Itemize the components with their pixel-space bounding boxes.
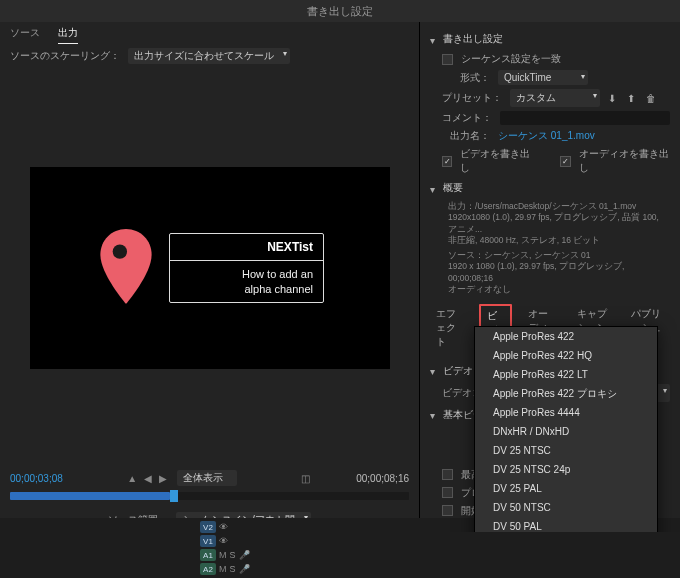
track-a2[interactable]: A2 <box>200 563 216 575</box>
play-controls[interactable]: ▲ ◀ ▶ <box>127 473 168 484</box>
track-v1[interactable]: V1 <box>200 535 216 547</box>
codec-option[interactable]: DV 25 NTSC 24p <box>475 460 657 479</box>
export-settings-pane: ▾ 書き出し設定 シーケンス設定を一致 形式： QuickTime プリセット：… <box>420 22 680 532</box>
preset-label: プリセット： <box>442 91 502 105</box>
twirl-icon: ▾ <box>430 35 439 44</box>
codec-option[interactable]: DV 25 NTSC <box>475 441 657 460</box>
mute-icon[interactable]: M <box>219 564 227 574</box>
codec-option[interactable]: Apple ProRes 4444 <box>475 403 657 422</box>
preset-select[interactable]: カスタム <box>510 89 600 107</box>
format-select[interactable]: QuickTime <box>498 70 588 85</box>
twirl-icon: ▾ <box>430 184 439 193</box>
fit-select[interactable]: 全体表示 <box>177 470 237 486</box>
codec-option[interactable]: DV 50 NTSC <box>475 498 657 517</box>
export-video-label: ビデオを書き出し <box>460 147 533 175</box>
format-label: 形式： <box>442 71 490 85</box>
import-project-check[interactable] <box>442 487 453 498</box>
export-audio-label: オーディオを書き出し <box>579 147 670 175</box>
twirl-icon: ▾ <box>430 366 439 375</box>
mic-icon[interactable]: 🎤 <box>239 550 250 560</box>
preview-text-box: NEXTist How to add an alpha channel <box>169 233 324 304</box>
mic-icon[interactable]: 🎤 <box>239 564 250 574</box>
codec-option[interactable]: Apple ProRes 422 LT <box>475 365 657 384</box>
track-a1[interactable]: A1 <box>200 549 216 561</box>
eye-icon[interactable]: 👁 <box>219 536 228 546</box>
codec-option[interactable]: DV 50 PAL <box>475 517 657 532</box>
match-sequence-label: シーケンス設定を一致 <box>461 52 561 66</box>
tab-effect[interactable]: エフェクト <box>430 304 469 356</box>
max-quality-check[interactable] <box>442 469 453 480</box>
comment-label: コメント： <box>442 111 492 125</box>
preview-pane: ソース 出力 ソースのスケーリング： 出力サイズに合わせてスケール NEXTis… <box>0 22 420 532</box>
export-audio-check[interactable] <box>560 156 570 167</box>
preview-line2: alpha channel <box>180 282 313 297</box>
summary-header[interactable]: ▾ 概要 <box>430 181 670 195</box>
tab-output[interactable]: 出力 <box>58 26 78 44</box>
aspect-lock-icon[interactable]: ◫ <box>301 473 310 484</box>
outname-label: 出力名： <box>442 129 490 143</box>
output-filename-link[interactable]: シーケンス 01_1.mov <box>498 129 595 143</box>
match-sequence-check[interactable] <box>442 54 453 65</box>
timecode-in[interactable]: 00;00;03;08 <box>10 473 63 484</box>
comment-input[interactable] <box>500 111 670 125</box>
codec-option[interactable]: DNxHR / DNxHD <box>475 422 657 441</box>
preview-title: NEXTist <box>170 234 323 261</box>
codec-option[interactable]: DV 25 PAL <box>475 479 657 498</box>
preset-delete-icon[interactable]: 🗑 <box>646 93 659 104</box>
track-v2[interactable]: V2 <box>200 521 216 533</box>
preview-line1: How to add an <box>180 267 313 282</box>
eye-icon[interactable]: 👁 <box>219 522 228 532</box>
window-title: 書き出し設定 <box>0 0 680 22</box>
preset-import-icon[interactable]: ⬆ <box>627 93 638 104</box>
export-video-check[interactable] <box>442 156 452 167</box>
mute-icon[interactable]: M <box>219 550 227 560</box>
codec-option[interactable]: Apple ProRes 422 <box>475 327 657 346</box>
start-tc-check[interactable] <box>442 505 453 516</box>
pin-icon <box>95 227 157 309</box>
source-output-tabs: ソース 出力 <box>0 22 419 44</box>
tab-source[interactable]: ソース <box>10 26 40 44</box>
scaling-label: ソースのスケーリング： <box>10 49 120 63</box>
preset-save-icon[interactable]: ⬇ <box>608 93 619 104</box>
codec-option[interactable]: Apple ProRes 422 プロキシ <box>475 384 657 403</box>
video-preview: NEXTist How to add an alpha channel <box>30 167 390 369</box>
codec-dropdown[interactable]: Apple ProRes 422 Apple ProRes 422 HQ App… <box>474 326 658 532</box>
timeline-scrubber[interactable] <box>10 492 409 500</box>
svg-point-0 <box>113 244 127 258</box>
scaling-select[interactable]: 出力サイズに合わせてスケール <box>128 48 290 64</box>
export-settings-header[interactable]: ▾ 書き出し設定 <box>430 32 670 46</box>
twirl-icon: ▾ <box>430 410 439 419</box>
codec-option[interactable]: Apple ProRes 422 HQ <box>475 346 657 365</box>
timecode-out: 00;00;08;16 <box>356 473 409 484</box>
